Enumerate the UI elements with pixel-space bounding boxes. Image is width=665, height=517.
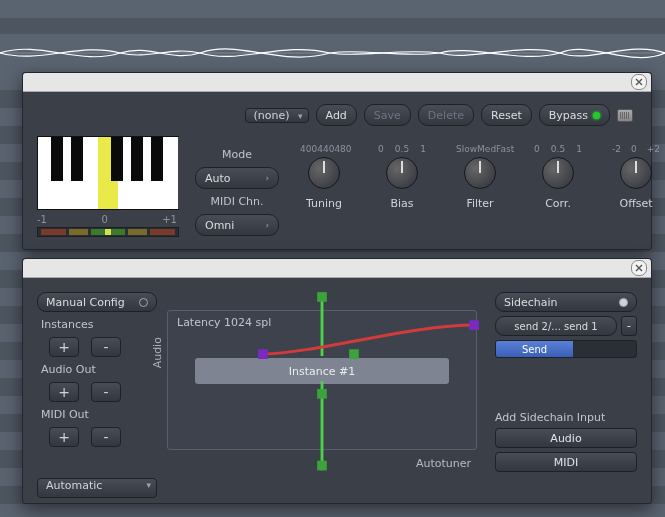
plugin-panel-autotuner: (none) Add Save Delete Reset Bypass -1 0… <box>22 72 652 250</box>
bypass-label: Bypass <box>549 109 588 122</box>
titlebar-bottom <box>23 259 651 278</box>
port-extra <box>349 349 359 359</box>
tick-r: 1 <box>420 144 426 154</box>
tick-c: 0.5 <box>384 144 421 154</box>
knob-label: Filter <box>466 197 493 210</box>
manual-config-toggle[interactable]: Manual Config <box>37 292 157 312</box>
knob-dial[interactable] <box>620 157 652 189</box>
tick-r: 1 <box>576 144 582 154</box>
add-sidechain-label: Add Sidechain Input <box>495 411 637 424</box>
titlebar-top <box>23 73 651 92</box>
audio-out-label: Audio Out <box>37 363 157 376</box>
main-row: -1 0 +1 Mode Auto › MIDI Chn. Om <box>23 132 651 245</box>
btn-label: MIDI <box>554 456 578 469</box>
instances-plus[interactable]: + <box>49 337 79 357</box>
port-sc-left <box>258 349 268 359</box>
automatic-select-wrap[interactable]: Automatic <box>37 478 157 498</box>
waveform-svg <box>0 34 665 72</box>
tick-l: Slow <box>456 144 477 154</box>
mode-value: Auto <box>205 172 231 185</box>
knob-dial[interactable] <box>308 157 340 189</box>
instances-minus[interactable]: - <box>91 337 121 357</box>
midiout-plus[interactable]: + <box>49 427 79 447</box>
knob-dial[interactable] <box>386 157 418 189</box>
port-sc-right <box>469 320 479 330</box>
keyboard-icon[interactable] <box>617 109 633 122</box>
instances-label: Instances <box>37 318 157 331</box>
close-button-bottom[interactable] <box>631 260 647 276</box>
knob-dial[interactable] <box>464 157 496 189</box>
midiout-minus[interactable]: - <box>91 427 121 447</box>
knob-corr: 00.51 Corr. <box>531 144 585 210</box>
close-button-top[interactable] <box>631 74 647 90</box>
bypass-button[interactable]: Bypass <box>539 104 610 126</box>
chevron-right-icon: › <box>265 220 269 230</box>
tick-l: 400 <box>300 144 317 154</box>
add-sidechain-audio[interactable]: Audio <box>495 428 637 448</box>
add-button[interactable]: Add <box>316 104 357 126</box>
routing-wires <box>167 296 477 470</box>
mode-column: Mode Auto › MIDI Chn. Omni › <box>195 136 279 236</box>
add-sidechain-midi[interactable]: MIDI <box>495 452 637 472</box>
pitch-meter <box>37 227 179 237</box>
radio-dot-icon <box>139 298 148 307</box>
midi-chn-label: MIDI Chn. <box>195 195 279 208</box>
tick-r: 480 <box>334 144 351 154</box>
automatic-select[interactable]: Automatic <box>37 478 157 498</box>
footer-row: Automatic <box>23 478 651 506</box>
scale-mid: 0 <box>101 214 107 225</box>
scale-max: +1 <box>162 214 177 225</box>
right-column: Sidechain send 2/... send 1 - Send Add S… <box>495 292 637 472</box>
tick-l: -2 <box>612 144 621 154</box>
send-level-fill: Send <box>496 341 573 357</box>
midi-chn-value: Omni <box>205 219 234 232</box>
mode-label: Mode <box>195 148 279 161</box>
keyboard-scale: -1 0 +1 <box>37 214 177 225</box>
delete-button[interactable]: Delete <box>418 104 474 126</box>
manual-config-label: Manual Config <box>46 296 125 309</box>
sidechain-source: send 2/... send 1 <box>514 321 597 332</box>
knob-label: Corr. <box>545 197 571 210</box>
send-text: Send <box>522 344 547 355</box>
tick-c: 0.5 <box>540 144 577 154</box>
knob-label: Offset <box>619 197 652 210</box>
sidechain-label: Sidechain <box>504 296 558 309</box>
knob-bias: 00.51 Bias <box>375 144 429 210</box>
preset-select-wrap[interactable]: (none) <box>245 109 309 122</box>
midi-chn-select[interactable]: Omni › <box>195 214 279 236</box>
tick-c: Med <box>477 144 496 154</box>
sidechain-remove[interactable]: - <box>621 316 637 336</box>
chevron-right-icon: › <box>265 173 269 183</box>
knob-row: 400440480 Tuning 00.51 Bias SlowMedFast … <box>297 136 663 210</box>
tick-c: 0 <box>621 144 647 154</box>
port-top <box>317 292 327 302</box>
midi-out-label: MIDI Out <box>37 408 157 421</box>
sidechain-toggle[interactable]: Sidechain <box>495 292 637 312</box>
close-icon <box>635 264 643 272</box>
radio-dot-icon <box>619 298 628 307</box>
knob-tuning: 400440480 Tuning <box>297 144 351 210</box>
preset-select[interactable]: (none) <box>245 108 309 123</box>
knob-label: Bias <box>390 197 413 210</box>
mode-select[interactable]: Auto › <box>195 167 279 189</box>
reset-button[interactable]: Reset <box>481 104 532 126</box>
routing-canvas[interactable]: Audio Latency 1024 spl Instance #1 Autot… <box>167 296 477 472</box>
axis-label-audio: Audio <box>151 337 164 368</box>
tick-r: +2 <box>647 144 660 154</box>
send-level[interactable]: Send <box>495 340 637 358</box>
tick-r: Fast <box>496 144 514 154</box>
port-bottom <box>317 461 327 471</box>
btn-label: Audio <box>550 432 581 445</box>
save-button[interactable]: Save <box>364 104 411 126</box>
bypass-led-icon <box>593 112 600 119</box>
toolbar: (none) Add Save Delete Reset Bypass <box>23 92 651 132</box>
audioout-minus[interactable]: - <box>91 382 121 402</box>
knob-filter: SlowMedFast Filter <box>453 144 507 210</box>
audioout-plus[interactable]: + <box>49 382 79 402</box>
waveform-region <box>0 34 665 72</box>
sidechain-source-select[interactable]: send 2/... send 1 <box>495 316 617 336</box>
keyboard-widget[interactable] <box>37 136 179 210</box>
config-body: Manual Config Instances +- Audio Out +- … <box>23 278 651 478</box>
port-mid <box>317 389 327 399</box>
knob-dial[interactable] <box>542 157 574 189</box>
